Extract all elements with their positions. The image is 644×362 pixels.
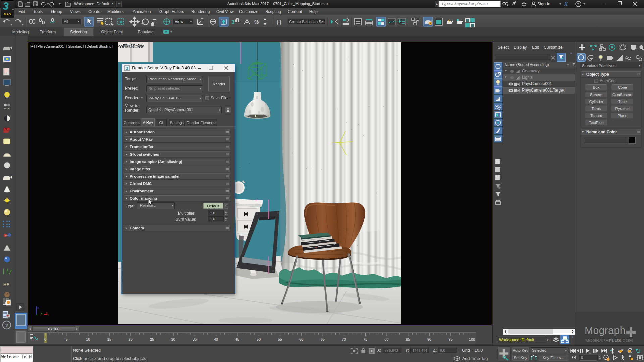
- svg-text:60: 60: [299, 337, 303, 341]
- svg-text:55: 55: [278, 337, 282, 341]
- svg-text:25: 25: [150, 337, 154, 341]
- svg-text:{ }: { }: [277, 19, 282, 25]
- svg-text:View: View: [175, 19, 183, 24]
- svg-text:90: 90: [427, 337, 431, 341]
- svg-text:3: 3: [231, 19, 234, 25]
- svg-text:50: 50: [257, 337, 261, 341]
- svg-text:z: z: [37, 306, 39, 309]
- svg-text:y: y: [41, 311, 42, 315]
- svg-text:10: 10: [86, 337, 90, 341]
- svg-text:?: ?: [577, 2, 579, 6]
- svg-text:%: %: [254, 19, 259, 25]
- svg-text:X: X: [564, 1, 568, 7]
- svg-text:85: 85: [406, 337, 410, 341]
- svg-text:?: ?: [5, 322, 8, 328]
- svg-text:40: 40: [214, 337, 218, 341]
- svg-text:Create Selection Se: Create Selection Se: [289, 20, 323, 24]
- svg-text:Sign In: Sign In: [537, 2, 550, 6]
- svg-text:100: 100: [469, 337, 475, 341]
- svg-text:80: 80: [384, 337, 388, 341]
- svg-text:20: 20: [128, 337, 132, 341]
- svg-text:70: 70: [342, 337, 346, 341]
- svg-text:30: 30: [171, 337, 175, 341]
- svg-text:HF: HF: [3, 282, 9, 287]
- svg-text:0: 0: [44, 337, 46, 341]
- svg-text:45: 45: [235, 337, 239, 341]
- svg-text:65: 65: [321, 337, 325, 341]
- svg-text:15: 15: [107, 337, 111, 341]
- svg-text:75: 75: [363, 337, 367, 341]
- svg-text:<<Disabled>>: <<Disabled>>: [119, 44, 144, 49]
- svg-text:5: 5: [66, 337, 68, 341]
- svg-text:x: x: [46, 311, 48, 314]
- svg-text:95: 95: [448, 337, 452, 341]
- svg-text:35: 35: [193, 337, 197, 341]
- svg-text:All: All: [64, 19, 68, 24]
